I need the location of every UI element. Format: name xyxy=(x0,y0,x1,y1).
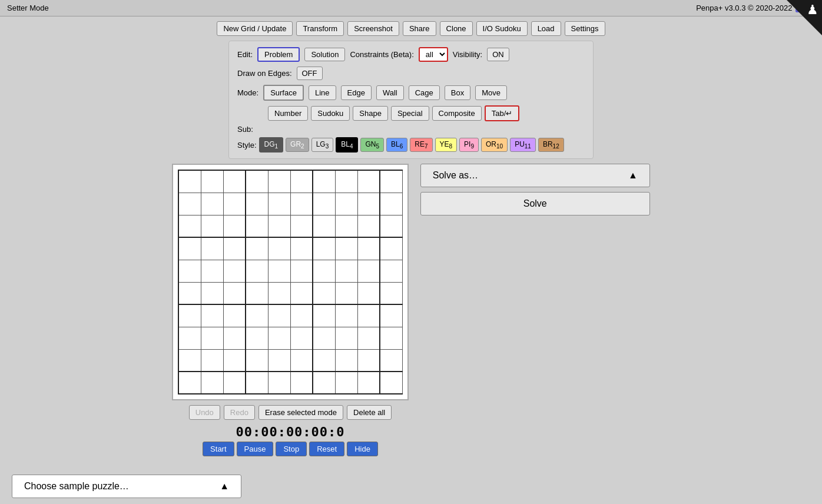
grid-cell[interactable] xyxy=(178,304,201,327)
mode-tab[interactable]: Tab/↵ xyxy=(485,105,520,121)
grid-cell[interactable] xyxy=(201,282,223,304)
grid-cell[interactable] xyxy=(290,282,313,304)
grid-cell[interactable] xyxy=(335,327,357,349)
grid-cell[interactable] xyxy=(268,327,290,349)
grid-cell[interactable] xyxy=(290,260,313,282)
grid-cell[interactable] xyxy=(246,193,268,215)
grid-cell[interactable] xyxy=(246,327,268,349)
style-re7[interactable]: RE7 xyxy=(410,138,432,152)
new-grid-button[interactable]: New Grid / Update xyxy=(217,21,293,36)
mode-special[interactable]: Special xyxy=(391,106,429,121)
grid-cell[interactable] xyxy=(178,349,201,372)
grid-cell[interactable] xyxy=(201,170,223,193)
grid-cell[interactable] xyxy=(380,349,402,372)
grid-cell[interactable] xyxy=(201,215,223,237)
grid-cell[interactable] xyxy=(201,260,223,282)
grid-cell[interactable] xyxy=(223,304,246,327)
problem-button[interactable]: Problem xyxy=(257,47,300,62)
mode-box[interactable]: Box xyxy=(445,85,470,100)
grid-cell[interactable] xyxy=(313,304,335,327)
table-row[interactable] xyxy=(178,304,402,327)
style-bl4[interactable]: BL4 xyxy=(336,137,358,152)
grid-cell[interactable] xyxy=(335,237,357,260)
grid-cell[interactable] xyxy=(268,215,290,237)
grid-cell[interactable] xyxy=(335,349,357,372)
table-row[interactable] xyxy=(178,193,402,215)
transform-button[interactable]: Transform xyxy=(296,21,344,36)
undo-button[interactable]: Undo xyxy=(189,405,220,420)
solve-button[interactable]: Solve xyxy=(420,192,650,215)
grid-cell[interactable] xyxy=(178,327,201,349)
grid-cell[interactable] xyxy=(335,304,357,327)
table-row[interactable] xyxy=(178,215,402,237)
grid-cell[interactable] xyxy=(335,215,357,237)
grid-cell[interactable] xyxy=(223,170,246,193)
mode-line[interactable]: Line xyxy=(309,85,336,100)
grid-cell[interactable] xyxy=(201,349,223,372)
grid-cell[interactable] xyxy=(380,193,402,215)
grid-cell[interactable] xyxy=(178,260,201,282)
mode-shape[interactable]: Shape xyxy=(353,106,388,121)
grid-cell[interactable] xyxy=(290,349,313,372)
grid-cell[interactable] xyxy=(335,282,357,304)
mode-edge[interactable]: Edge xyxy=(341,85,372,100)
grid-cell[interactable] xyxy=(246,260,268,282)
grid-cell[interactable] xyxy=(357,170,380,193)
grid-cell[interactable] xyxy=(223,193,246,215)
grid-cell[interactable] xyxy=(178,237,201,260)
grid-cell[interactable] xyxy=(223,349,246,372)
start-button[interactable]: Start xyxy=(203,442,234,456)
pause-button[interactable]: Pause xyxy=(237,442,274,456)
mode-move[interactable]: Move xyxy=(475,85,507,100)
grid-cell[interactable] xyxy=(290,372,313,394)
grid-cell[interactable] xyxy=(380,260,402,282)
grid-cell[interactable] xyxy=(223,215,246,237)
grid-cell[interactable] xyxy=(380,327,402,349)
grid-cell[interactable] xyxy=(246,170,268,193)
style-gr2[interactable]: GR2 xyxy=(286,138,309,152)
grid-cell[interactable] xyxy=(380,372,402,394)
clone-button[interactable]: Clone xyxy=(440,21,473,36)
sample-puzzle-button[interactable]: Choose sample puzzle… ▲ xyxy=(12,475,241,498)
grid-cell[interactable] xyxy=(380,170,402,193)
grid-cell[interactable] xyxy=(268,193,290,215)
stop-button[interactable]: Stop xyxy=(276,442,307,456)
grid-cell[interactable] xyxy=(178,170,201,193)
solution-button[interactable]: Solution xyxy=(304,48,345,61)
share-button[interactable]: Share xyxy=(403,21,436,36)
io-sudoku-button[interactable]: I/O Sudoku xyxy=(476,21,528,36)
grid-cell[interactable] xyxy=(290,327,313,349)
grid-cell[interactable] xyxy=(201,304,223,327)
grid-cell[interactable] xyxy=(313,260,335,282)
grid-cell[interactable] xyxy=(313,327,335,349)
grid-cell[interactable] xyxy=(380,304,402,327)
style-ye8[interactable]: YE8 xyxy=(435,138,458,152)
grid-cell[interactable] xyxy=(290,215,313,237)
grid-cell[interactable] xyxy=(246,304,268,327)
draw-edges-button[interactable]: OFF xyxy=(297,67,323,80)
grid-cell[interactable] xyxy=(178,193,201,215)
grid-cell[interactable] xyxy=(290,304,313,327)
grid-cell[interactable] xyxy=(290,237,313,260)
sudoku-grid[interactable] xyxy=(178,170,403,394)
grid-cell[interactable] xyxy=(178,282,201,304)
grid-cell[interactable] xyxy=(246,372,268,394)
grid-cell[interactable] xyxy=(380,215,402,237)
grid-cell[interactable] xyxy=(223,260,246,282)
table-row[interactable] xyxy=(178,260,402,282)
constraints-select[interactable]: all xyxy=(419,47,448,62)
table-row[interactable] xyxy=(178,282,402,304)
erase-selected-button[interactable]: Erase selected mode xyxy=(258,405,343,420)
grid-cell[interactable] xyxy=(357,304,380,327)
grid-cell[interactable] xyxy=(313,372,335,394)
grid-cell[interactable] xyxy=(290,193,313,215)
grid-cell[interactable] xyxy=(357,327,380,349)
reset-button[interactable]: Reset xyxy=(309,442,344,456)
grid-cell[interactable] xyxy=(268,170,290,193)
grid-cell[interactable] xyxy=(313,349,335,372)
grid-cell[interactable] xyxy=(268,349,290,372)
grid-cell[interactable] xyxy=(357,237,380,260)
grid-cell[interactable] xyxy=(313,282,335,304)
table-row[interactable] xyxy=(178,372,402,394)
load-button[interactable]: Load xyxy=(531,21,561,36)
